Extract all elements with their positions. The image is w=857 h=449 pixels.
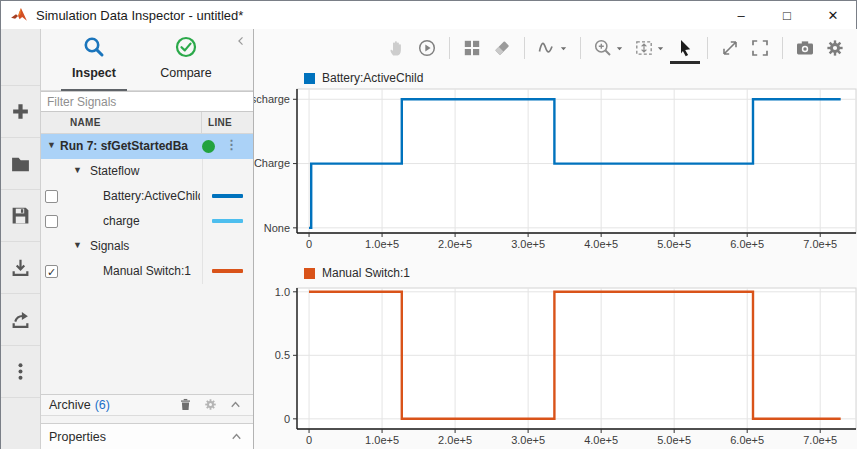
- column-divider: [202, 209, 203, 234]
- clear-plots-button[interactable]: [487, 34, 517, 62]
- more-dots-icon: [10, 361, 31, 382]
- open-folder-button[interactable]: [1, 138, 40, 190]
- run-status-dot: [202, 140, 215, 153]
- close-button[interactable]: ✕: [810, 1, 856, 29]
- resize-icon: [720, 38, 740, 58]
- more-dots-button[interactable]: [1, 346, 40, 398]
- pointer-button[interactable]: [670, 33, 700, 64]
- signal-label: Battery:ActiveChild: [103, 189, 200, 203]
- signal-row[interactable]: charge: [41, 209, 253, 234]
- svg-text:5.0e+5: 5.0e+5: [657, 238, 691, 250]
- column-divider: [202, 259, 203, 284]
- maximize-button[interactable]: □: [764, 1, 810, 29]
- signal-trace-button[interactable]: [532, 34, 573, 62]
- group-row[interactable]: ▼Signals: [41, 234, 253, 259]
- export-icon: [10, 309, 31, 330]
- signal-label: charge: [103, 214, 200, 228]
- svg-text:0: 0: [306, 238, 312, 250]
- pointer-icon: [675, 38, 695, 58]
- tab-compare-label: Compare: [143, 66, 229, 80]
- dropdown-caret-icon[interactable]: [615, 44, 624, 53]
- manual-switch-chart[interactable]: 01.0e+52.0e+53.0e+54.0e+55.0e+56.0e+57.0…: [254, 283, 857, 449]
- plot-area: Battery:ActiveChild 01.0e+52.0e+53.0e+54…: [254, 29, 857, 449]
- collapse-caret-icon[interactable]: ▼: [73, 165, 82, 175]
- chevron-up-icon[interactable]: [229, 429, 245, 445]
- group-label: Signals: [90, 239, 129, 253]
- battery-activechild-chart[interactable]: 01.0e+52.0e+53.0e+54.0e+55.0e+56.0e+57.0…: [254, 86, 857, 251]
- properties-label: Properties: [49, 430, 106, 444]
- import-icon: [10, 257, 31, 278]
- svg-text:1.0e+5: 1.0e+5: [365, 434, 399, 446]
- svg-text:6.0e+5: 6.0e+5: [730, 238, 764, 250]
- plot-toolbar: [254, 29, 857, 67]
- pan-hand-button[interactable]: [382, 34, 412, 62]
- column-header-name: NAME: [41, 117, 201, 128]
- chart1-legend: Battery:ActiveChild: [304, 71, 423, 85]
- open-folder-icon: [10, 153, 31, 174]
- settings-gear-icon: [825, 38, 845, 58]
- clear-plots-icon: [492, 38, 512, 58]
- signal-row[interactable]: ✓Manual Switch:1: [41, 259, 253, 284]
- svg-text:0.5: 0.5: [275, 349, 290, 361]
- subplot-layout-button[interactable]: [457, 34, 487, 62]
- import-button[interactable]: [1, 242, 40, 294]
- line-swatch[interactable]: [212, 219, 243, 223]
- collapse-sidebar-button[interactable]: [235, 33, 249, 47]
- chart2-legend: Manual Switch:1: [304, 266, 410, 280]
- resize-button[interactable]: [715, 34, 745, 62]
- run-options-kebab-icon[interactable]: ⋮: [225, 137, 238, 152]
- fit-to-view-button[interactable]: [629, 34, 670, 62]
- toolbar-separator: [707, 37, 708, 59]
- matlab-logo-icon: [10, 6, 28, 24]
- svg-text:1.0: 1.0: [275, 286, 290, 298]
- svg-text:Discharge: Discharge: [254, 93, 290, 105]
- filter-signals-input[interactable]: [41, 91, 253, 112]
- archive-bar[interactable]: Archive (6): [41, 394, 253, 416]
- save-button[interactable]: [1, 190, 40, 242]
- zoom-in-button[interactable]: [588, 34, 629, 62]
- plus-button[interactable]: [1, 86, 40, 138]
- signal-checkbox[interactable]: ✓: [45, 265, 58, 278]
- gear-icon[interactable]: [203, 397, 219, 413]
- line-swatch[interactable]: [212, 269, 243, 273]
- export-button[interactable]: [1, 294, 40, 346]
- settings-gear-button[interactable]: [820, 34, 850, 62]
- search-icon: [82, 35, 106, 59]
- group-row[interactable]: ▼Stateflow: [41, 159, 253, 184]
- column-divider: [202, 184, 203, 209]
- archive-count: (6): [95, 398, 110, 412]
- properties-bar[interactable]: Properties: [41, 423, 253, 449]
- signal-trace-icon: [537, 38, 557, 58]
- signal-checkbox[interactable]: [45, 190, 58, 203]
- line-swatch[interactable]: [212, 194, 243, 198]
- svg-text:0: 0: [284, 413, 290, 425]
- window-title: Simulation Data Inspector - untitled*: [36, 8, 718, 23]
- tab-inspect[interactable]: Inspect: [51, 35, 137, 80]
- chevron-up-icon[interactable]: [228, 397, 244, 413]
- signal-row[interactable]: Battery:ActiveChild: [41, 184, 253, 209]
- tab-compare[interactable]: Compare: [143, 35, 229, 80]
- collapse-caret-icon[interactable]: ▼: [73, 240, 82, 250]
- signal-checkbox[interactable]: [45, 215, 58, 228]
- fullscreen-button[interactable]: [745, 34, 775, 62]
- svg-text:None: None: [264, 222, 290, 234]
- dropdown-caret-icon[interactable]: [559, 44, 568, 53]
- replay-button[interactable]: [412, 34, 442, 62]
- chevron-left-icon: [235, 35, 247, 47]
- svg-text:1.0e+5: 1.0e+5: [365, 238, 399, 250]
- toolbar-separator: [782, 37, 783, 59]
- trash-icon[interactable]: [178, 397, 194, 413]
- minimize-button[interactable]: –: [718, 1, 764, 29]
- snapshot-camera-button[interactable]: [790, 34, 820, 62]
- svg-text:7.0e+5: 7.0e+5: [803, 434, 837, 446]
- zoom-in-icon: [593, 38, 613, 58]
- table-header: NAME LINE: [41, 112, 253, 134]
- archive-label: Archive: [49, 398, 91, 412]
- dropdown-caret-icon[interactable]: [656, 44, 665, 53]
- toolbar-separator: [449, 37, 450, 59]
- collapse-caret-icon[interactable]: ▼: [47, 140, 56, 150]
- column-divider: [202, 234, 203, 259]
- toolbar-separator: [580, 37, 581, 59]
- run-row[interactable]: ▼Run 7: sfGetStartedBa⋮: [41, 134, 253, 159]
- svg-text:3.0e+5: 3.0e+5: [511, 238, 545, 250]
